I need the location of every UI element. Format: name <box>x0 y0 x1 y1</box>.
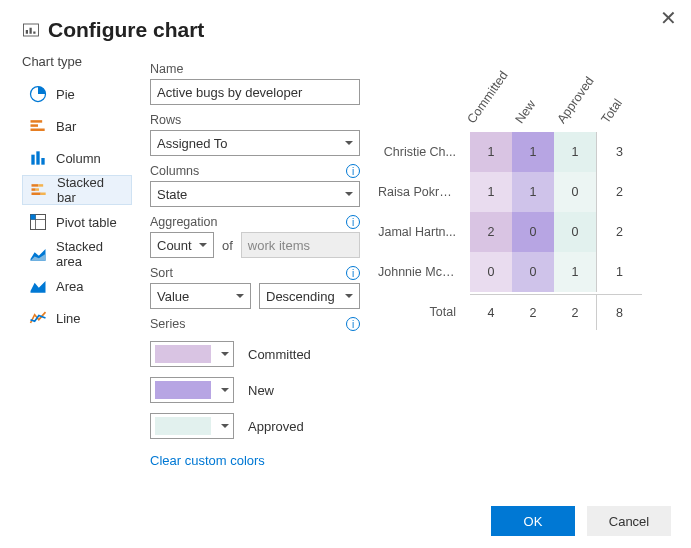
preview-col-header: Approved <box>555 74 597 126</box>
preview-row-name: Christie Ch... <box>378 145 470 159</box>
info-icon[interactable]: i <box>346 164 360 178</box>
series-name: Approved <box>248 419 304 434</box>
info-icon[interactable]: i <box>346 317 360 331</box>
preview-col-header: Total <box>599 96 626 126</box>
dialog-footer: OK Cancel <box>471 494 691 548</box>
preview-col-header: Committed <box>465 68 511 126</box>
preview-row: Raisa Pokro... 1 1 0 2 <box>378 172 669 212</box>
series-name: New <box>248 383 274 398</box>
chart-type-list: Chart type Pie Bar Column Stacked bar Pi… <box>22 54 132 468</box>
series-item-committed: Committed <box>150 341 360 367</box>
rows-label: Rows <box>150 113 360 127</box>
series-item-approved: Approved <box>150 413 360 439</box>
chart-type-pivot-table[interactable]: Pivot table <box>22 207 132 237</box>
chart-type-bar[interactable]: Bar <box>22 111 132 141</box>
ok-button[interactable]: OK <box>491 506 575 536</box>
preview-cell-total: 1 <box>596 252 642 292</box>
columns-select[interactable]: State <box>150 181 360 207</box>
series-color-select[interactable] <box>150 377 234 403</box>
preview-cell: 1 <box>512 132 554 172</box>
chart-type-line[interactable]: Line <box>22 303 132 333</box>
preview-cell-total: 2 <box>596 172 642 212</box>
stacked-bar-icon <box>29 180 49 200</box>
aggregation-unit: work items <box>241 232 360 258</box>
svg-rect-9 <box>36 151 39 164</box>
chart-type-label: Column <box>56 151 101 166</box>
series-name: Committed <box>248 347 311 362</box>
sort-field-value: Value <box>157 289 189 304</box>
chart-type-header: Chart type <box>22 54 132 69</box>
aggregation-value: Count <box>157 238 192 253</box>
preview-cell: 1 <box>470 132 512 172</box>
aggregation-select[interactable]: Count <box>150 232 214 258</box>
svg-rect-5 <box>31 120 43 123</box>
svg-rect-1 <box>26 30 28 34</box>
columns-label: Columns <box>150 164 199 178</box>
series-color-select[interactable] <box>150 341 234 367</box>
info-icon[interactable]: i <box>346 215 360 229</box>
preview-cell: 2 <box>512 294 554 330</box>
pie-icon <box>28 84 48 104</box>
chart-config-panel: Name Active bugs by developer Rows Assig… <box>150 54 360 468</box>
name-input[interactable]: Active bugs by developer <box>150 79 360 105</box>
sort-direction-value: Descending <box>266 289 335 304</box>
chart-preview: Committed New Approved Total Christie Ch… <box>378 54 669 468</box>
svg-rect-15 <box>32 193 41 196</box>
chart-type-label: Pivot table <box>56 215 117 230</box>
preview-cell: 0 <box>512 252 554 292</box>
preview-cell: 2 <box>554 294 596 330</box>
preview-cell-total: 3 <box>596 132 642 172</box>
series-color-select[interactable] <box>150 413 234 439</box>
column-icon <box>28 148 48 168</box>
name-label: Name <box>150 62 360 76</box>
line-icon <box>28 308 48 328</box>
svg-rect-16 <box>41 193 46 196</box>
stacked-area-icon <box>28 244 48 264</box>
sort-direction-select[interactable]: Descending <box>259 283 360 309</box>
svg-rect-3 <box>33 32 35 34</box>
chart-type-label: Stacked area <box>56 239 126 269</box>
series-label: Series <box>150 317 185 331</box>
bar-icon <box>28 116 48 136</box>
svg-rect-7 <box>31 129 45 132</box>
svg-rect-8 <box>31 155 34 165</box>
sort-field-select[interactable]: Value <box>150 283 251 309</box>
preview-cell: 0 <box>470 252 512 292</box>
rows-select[interactable]: Assigned To <box>150 130 360 156</box>
chart-type-stacked-bar[interactable]: Stacked bar <box>22 175 132 205</box>
chart-type-label: Line <box>56 311 81 326</box>
svg-rect-20 <box>31 215 36 220</box>
preview-cell: 1 <box>470 172 512 212</box>
svg-rect-2 <box>30 28 32 34</box>
chart-type-label: Bar <box>56 119 76 134</box>
close-icon[interactable]: ✕ <box>660 6 677 30</box>
svg-rect-14 <box>36 188 39 191</box>
preview-totals-label: Total <box>378 305 470 319</box>
info-icon[interactable]: i <box>346 266 360 280</box>
preview-row: Johnnie McL... 0 0 1 1 <box>378 252 669 292</box>
chart-type-stacked-area[interactable]: Stacked area <box>22 239 132 269</box>
chart-type-area[interactable]: Area <box>22 271 132 301</box>
svg-rect-6 <box>31 124 39 127</box>
columns-value: State <box>157 187 187 202</box>
preview-cell: 1 <box>554 252 596 292</box>
rows-value: Assigned To <box>157 136 228 151</box>
preview-row-name: Johnnie McL... <box>378 265 470 279</box>
preview-cell: 0 <box>554 212 596 252</box>
configure-chart-dialog: ✕ Configure chart Chart type Pie Bar Col… <box>0 0 691 468</box>
preview-col-header: New <box>513 97 539 126</box>
chart-type-pie[interactable]: Pie <box>22 79 132 109</box>
clear-custom-colors-link[interactable]: Clear custom colors <box>150 453 265 468</box>
svg-rect-12 <box>38 184 43 187</box>
cancel-button[interactable]: Cancel <box>587 506 671 536</box>
preview-cell: 4 <box>470 294 512 330</box>
pivot-table-icon <box>28 212 48 232</box>
color-swatch <box>155 345 211 363</box>
sort-label: Sort <box>150 266 173 280</box>
preview-row-name: Raisa Pokro... <box>378 185 470 199</box>
dialog-title: Configure chart <box>48 18 204 42</box>
chart-type-column[interactable]: Column <box>22 143 132 173</box>
preview-totals-row: Total 4 2 2 8 <box>378 292 669 332</box>
preview-cell: 0 <box>512 212 554 252</box>
chart-type-label: Stacked bar <box>57 175 125 205</box>
